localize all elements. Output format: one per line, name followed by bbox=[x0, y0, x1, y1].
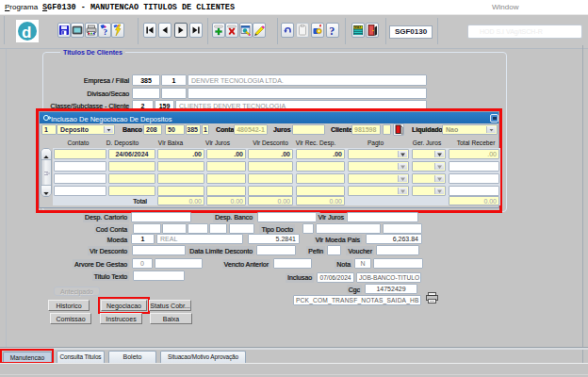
svg-text:?: ? bbox=[329, 25, 335, 38]
svg-text:?: ? bbox=[104, 27, 108, 37]
svg-text:d: d bbox=[22, 24, 31, 41]
svg-text:MAX: MAX bbox=[354, 25, 362, 29]
